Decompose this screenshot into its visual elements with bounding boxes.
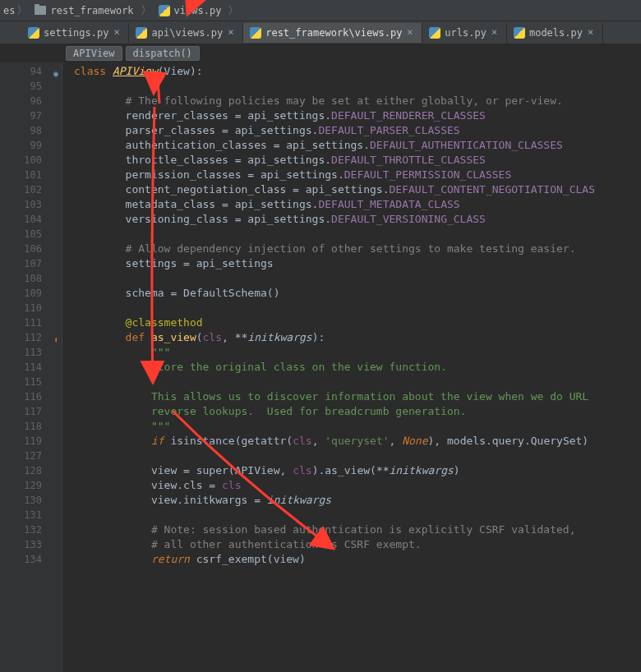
line-number[interactable]: 127 <box>0 449 62 463</box>
breadcrumb: es 〉 rest_framework 〉 views.py 〉 <box>0 0 641 21</box>
python-file-icon <box>250 27 261 39</box>
line-number[interactable]: 107 <box>0 256 62 271</box>
line-number[interactable]: 99 <box>0 138 62 153</box>
tab-models[interactable]: models.py × <box>507 23 603 43</box>
line-number[interactable]: 134 <box>0 552 62 567</box>
breadcrumb-truncated: es <box>3 5 15 16</box>
python-file-icon <box>136 27 147 39</box>
line-number[interactable]: 113 <box>0 345 62 360</box>
tab-label: rest_framework\views.py <box>265 27 402 39</box>
python-file-icon <box>159 5 170 16</box>
line-number[interactable]: 110 <box>0 301 62 315</box>
structure-chip-method[interactable]: dispatch() <box>126 46 200 61</box>
tab-label: models.py <box>529 27 583 39</box>
line-number[interactable]: 114 <box>0 360 62 375</box>
folder-icon <box>35 6 46 15</box>
line-number[interactable]: 104 <box>0 212 62 227</box>
breadcrumb-file-label: views.py <box>174 5 222 16</box>
tab-label: api\views.py <box>151 27 223 39</box>
tab-label: urls.py <box>445 27 487 39</box>
line-number[interactable]: 95 <box>0 79 62 94</box>
line-number[interactable]: 100 <box>0 153 62 168</box>
tab-settings[interactable]: settings.py × <box>21 23 129 43</box>
fold-column <box>62 62 72 672</box>
close-icon[interactable]: × <box>491 29 500 37</box>
line-number[interactable]: 96 <box>0 94 62 108</box>
line-number[interactable]: 106 <box>0 242 62 256</box>
python-file-icon <box>28 27 39 39</box>
breadcrumb-folder[interactable]: rest_framework <box>30 3 138 18</box>
line-number[interactable]: 94◉ <box>0 64 62 79</box>
code-area[interactable]: class APIView(View): # The following pol… <box>72 62 641 672</box>
structure-path: APIView dispatch() <box>0 44 641 62</box>
line-number[interactable]: 129 <box>0 478 62 493</box>
close-icon[interactable]: × <box>588 29 596 37</box>
line-number[interactable]: 130 <box>0 493 62 508</box>
line-number[interactable]: 131 <box>0 508 62 522</box>
tab-label: settings.py <box>44 27 108 39</box>
python-file-icon <box>429 27 440 39</box>
line-number[interactable]: 112⬆ <box>0 330 62 345</box>
line-number[interactable]: 98 <box>0 123 62 138</box>
close-icon[interactable]: × <box>113 29 122 37</box>
line-number[interactable]: 111 <box>0 315 62 330</box>
line-number[interactable]: 116 <box>0 389 62 404</box>
breadcrumb-file[interactable]: views.py <box>154 3 227 18</box>
chevron-right-icon: 〉 <box>141 3 152 18</box>
line-number[interactable]: 115 <box>0 375 62 389</box>
line-number[interactable]: 97 <box>0 108 62 123</box>
breadcrumb-folder-label: rest_framework <box>50 5 133 16</box>
line-number[interactable]: 118 <box>0 419 62 434</box>
line-number[interactable]: 109 <box>0 286 62 301</box>
line-number[interactable]: 128 <box>0 463 62 478</box>
line-number[interactable]: 133 <box>0 537 62 552</box>
line-number[interactable]: 102 <box>0 182 62 197</box>
chevron-right-icon: 〉 <box>228 3 239 18</box>
python-file-icon <box>514 27 525 39</box>
tab-urls[interactable]: urls.py × <box>422 23 507 43</box>
line-number[interactable]: 101 <box>0 168 62 182</box>
line-number[interactable]: 108 <box>0 271 62 286</box>
chevron-right-icon: 〉 <box>16 3 28 18</box>
editor[interactable]: 94◉ 95 96 97 98 99 100 101 102 103 104 1… <box>0 62 641 672</box>
line-number[interactable]: 103 <box>0 197 62 212</box>
editor-tabs: settings.py × api\views.py × rest_framew… <box>0 21 641 44</box>
line-number[interactable]: 132 <box>0 522 62 537</box>
close-icon[interactable]: × <box>228 29 236 37</box>
structure-chip-class[interactable]: APIView <box>66 46 122 61</box>
line-number[interactable]: 119 <box>0 434 62 449</box>
tab-restframework-views[interactable]: rest_framework\views.py × <box>243 23 422 43</box>
line-number[interactable]: 117 <box>0 404 62 419</box>
tab-api-views[interactable]: api\views.py × <box>129 23 243 43</box>
gutter: 94◉ 95 96 97 98 99 100 101 102 103 104 1… <box>0 62 62 672</box>
line-number[interactable]: 105 <box>0 227 62 242</box>
close-icon[interactable]: × <box>407 29 415 37</box>
